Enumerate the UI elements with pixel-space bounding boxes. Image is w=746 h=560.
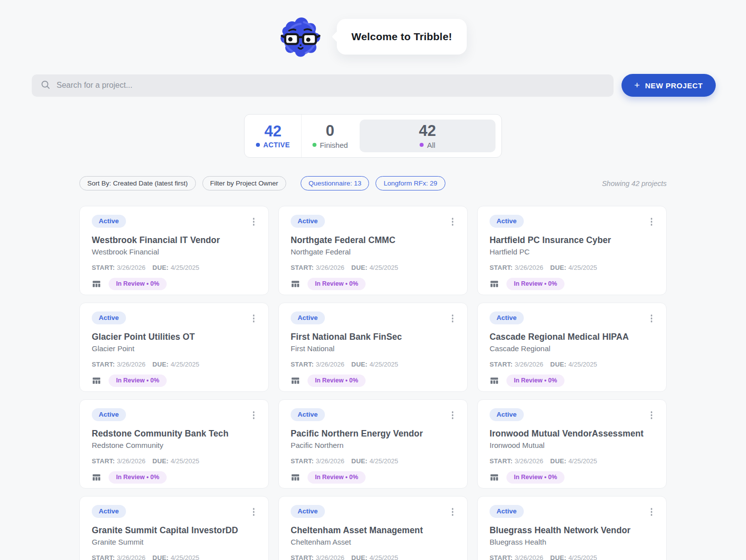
start-label: START:: [291, 554, 313, 560]
due-date: 4/25/2025: [370, 554, 398, 560]
table-icon: [291, 473, 300, 482]
due-date: 4/25/2025: [370, 457, 398, 465]
sort-by-chip[interactable]: Sort By: Created Date (latest first): [79, 176, 196, 190]
all-dot-icon: [420, 143, 424, 147]
start-label: START:: [291, 264, 313, 271]
project-company: Bluegrass Health: [490, 538, 654, 546]
kebab-menu-icon[interactable]: [251, 505, 257, 519]
table-icon: [490, 279, 499, 289]
kebab-menu-icon[interactable]: [251, 215, 257, 229]
project-card[interactable]: Active Redstone Community Bank Tech Reds…: [79, 399, 269, 489]
new-project-label: NEW PROJECT: [645, 81, 703, 90]
project-title: Granite Summit Capital InvestorDD: [92, 525, 256, 536]
search-row: + NEW PROJECT: [32, 74, 716, 97]
project-card[interactable]: Active Glacier Point Utilities OT Glacie…: [79, 303, 269, 392]
project-dates: START: 3/26/2026 DUE: 4/25/2025: [92, 264, 256, 271]
due-label: DUE:: [152, 457, 169, 465]
review-status-badge: In Review • 0%: [506, 278, 564, 291]
project-dates: START: 3/26/2026 DUE: 4/25/2025: [92, 361, 256, 368]
project-company: First National: [291, 344, 455, 353]
kebab-menu-icon[interactable]: [649, 505, 655, 519]
stats-card: 42 ACTIVE 0 Finished 42 All: [244, 114, 502, 158]
status-badge: Active: [490, 215, 524, 228]
project-card[interactable]: Active Northgate Federal CMMC Northgate …: [278, 206, 468, 295]
due-label: DUE:: [152, 361, 169, 368]
due-label: DUE:: [550, 554, 566, 560]
stat-active[interactable]: 42 ACTIVE: [245, 115, 301, 157]
stat-all[interactable]: 42 All: [360, 120, 496, 152]
longform-rfx-chip[interactable]: Longform RFx: 29: [375, 176, 445, 190]
start-label: START:: [490, 361, 512, 368]
project-title: Westbrook Financial IT Vendor: [92, 235, 256, 246]
start-date: 3/26/2026: [315, 264, 344, 271]
kebab-menu-icon[interactable]: [649, 311, 655, 325]
tribble-mascot-icon: [279, 15, 322, 58]
project-dates: START: 3/26/2026 DUE: 4/25/2025: [291, 457, 455, 465]
status-badge: Active: [92, 505, 126, 518]
finished-count: 0: [326, 123, 334, 139]
filter-owner-chip[interactable]: Filter by Project Owner: [202, 176, 286, 190]
start-date: 3/26/2026: [315, 554, 344, 560]
welcome-speech-bubble: Welcome to Tribble!: [337, 19, 467, 55]
project-company: Redstone Community: [92, 441, 256, 449]
project-company: Hartfield PC: [490, 248, 654, 256]
project-card[interactable]: Active Hartfield PC Insurance Cyber Hart…: [477, 206, 667, 295]
project-title: Pacific Northern Energy Vendor: [291, 429, 455, 439]
start-date: 3/26/2026: [514, 264, 543, 271]
due-date: 4/25/2025: [370, 264, 398, 271]
due-date: 4/25/2025: [171, 361, 199, 368]
kebab-menu-icon[interactable]: [649, 215, 655, 229]
kebab-menu-icon[interactable]: [251, 408, 257, 422]
table-icon: [92, 376, 101, 385]
start-label: START:: [291, 457, 313, 465]
review-status-badge: In Review • 0%: [506, 374, 564, 387]
start-label: START:: [92, 457, 115, 465]
project-dates: START: 3/26/2026 DUE: 4/25/2025: [92, 457, 256, 465]
status-badge: Active: [92, 408, 126, 421]
search-box[interactable]: [32, 74, 614, 97]
table-icon: [490, 473, 499, 482]
project-company: Ironwood Mutual: [490, 441, 654, 449]
review-status-badge: In Review • 0%: [109, 471, 167, 484]
project-title: Redstone Community Bank Tech: [92, 429, 256, 439]
project-title: Ironwood Mutual VendorAssessment: [490, 429, 654, 439]
project-title: Hartfield PC Insurance Cyber: [490, 235, 654, 246]
project-card[interactable]: Active Bluegrass Health Network Vendor B…: [477, 496, 667, 560]
start-date: 3/26/2026: [315, 361, 344, 368]
project-card[interactable]: Active Cheltenham Asset Management Chelt…: [278, 496, 468, 560]
kebab-menu-icon[interactable]: [450, 215, 456, 229]
project-card[interactable]: Active Ironwood Mutual VendorAssessment …: [477, 399, 667, 489]
project-title: Bluegrass Health Network Vendor: [490, 525, 654, 536]
kebab-menu-icon[interactable]: [450, 505, 456, 519]
status-badge: Active: [490, 408, 524, 421]
project-dates: START: 3/26/2026 DUE: 4/25/2025: [490, 264, 654, 271]
start-date: 3/26/2026: [514, 457, 543, 465]
search-input[interactable]: [57, 81, 605, 90]
kebab-menu-icon[interactable]: [251, 311, 257, 325]
project-dates: START: 3/26/2026 DUE: 4/25/2025: [291, 554, 455, 560]
questionnaire-chip[interactable]: Questionnaire: 13: [301, 176, 370, 190]
start-label: START:: [92, 361, 115, 368]
filter-row: Sort By: Created Date (latest first) Fil…: [79, 176, 667, 190]
project-card[interactable]: Active Cascade Regional Medical HIPAA Ca…: [477, 303, 667, 392]
new-project-button[interactable]: + NEW PROJECT: [622, 74, 716, 97]
project-dates: START: 3/26/2026 DUE: 4/25/2025: [490, 554, 654, 560]
review-status-badge: In Review • 0%: [308, 278, 366, 291]
project-card[interactable]: Active Granite Summit Capital InvestorDD…: [79, 496, 269, 560]
project-card[interactable]: Active First National Bank FinSec First …: [278, 303, 468, 392]
active-label: ACTIVE: [263, 141, 290, 149]
due-label: DUE:: [351, 264, 368, 271]
kebab-menu-icon[interactable]: [450, 408, 456, 422]
project-title: Cascade Regional Medical HIPAA: [490, 332, 654, 342]
project-card[interactable]: Active Westbrook Financial IT Vendor Wes…: [79, 206, 269, 295]
kebab-menu-icon[interactable]: [450, 311, 456, 325]
stat-finished[interactable]: 0 Finished: [301, 115, 358, 157]
project-card[interactable]: Active Pacific Northern Energy Vendor Pa…: [278, 399, 468, 489]
status-badge: Active: [291, 408, 325, 421]
start-date: 3/26/2026: [117, 457, 145, 465]
search-icon: [41, 80, 50, 91]
kebab-menu-icon[interactable]: [649, 408, 655, 422]
due-label: DUE:: [351, 361, 368, 368]
due-label: DUE:: [550, 457, 566, 465]
due-label: DUE:: [152, 554, 169, 560]
